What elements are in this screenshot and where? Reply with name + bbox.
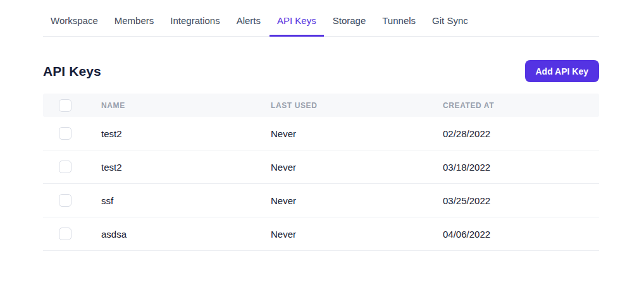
tab-members[interactable]: Members — [107, 15, 162, 37]
row-checkbox[interactable] — [59, 228, 71, 240]
settings-page: Workspace Members Integrations Alerts AP… — [43, 0, 599, 251]
tab-storage[interactable]: Storage — [325, 15, 374, 37]
page-header: API Keys Add API Key — [43, 60, 599, 82]
table-row: test2 Never 03/18/2022 — [43, 150, 599, 184]
cell-last-used: Never — [271, 162, 443, 173]
api-keys-table: Name Last Used Created At test2 Never 02… — [43, 94, 599, 251]
settings-tab-bar: Workspace Members Integrations Alerts AP… — [43, 0, 599, 37]
select-all-checkbox[interactable] — [59, 99, 71, 112]
table-row: test2 Never 02/28/2022 — [43, 117, 599, 150]
tab-workspace[interactable]: Workspace — [43, 15, 106, 37]
page-title: API Keys — [43, 64, 101, 79]
add-api-key-button[interactable]: Add API Key — [525, 60, 600, 82]
row-checkbox-cell — [43, 127, 101, 140]
tab-git-sync[interactable]: Git Sync — [424, 15, 476, 37]
cell-name: asdsa — [101, 229, 271, 240]
header-checkbox-cell — [43, 99, 101, 112]
table-header-row: Name Last Used Created At — [43, 94, 599, 117]
tab-integrations[interactable]: Integrations — [163, 15, 227, 37]
row-checkbox[interactable] — [59, 194, 71, 207]
table-row: ssf Never 03/25/2022 — [43, 184, 599, 217]
cell-name: test2 — [101, 162, 271, 173]
row-checkbox[interactable] — [59, 161, 71, 173]
cell-last-used: Never — [271, 128, 443, 139]
cell-last-used: Never — [271, 195, 443, 206]
tab-alerts[interactable]: Alerts — [229, 15, 268, 37]
tab-tunnels[interactable]: Tunnels — [375, 15, 423, 37]
tab-api-keys[interactable]: API Keys — [269, 15, 324, 37]
row-checkbox-cell — [43, 228, 101, 240]
column-header-created-at: Created At — [443, 101, 599, 110]
column-header-name: Name — [101, 101, 271, 110]
cell-last-used: Never — [271, 229, 443, 240]
table-row: asdsa Never 04/06/2022 — [43, 217, 599, 251]
column-header-last-used: Last Used — [271, 101, 443, 110]
row-checkbox-cell — [43, 194, 101, 207]
cell-created-at: 03/25/2022 — [443, 195, 599, 206]
row-checkbox[interactable] — [59, 127, 71, 140]
cell-created-at: 02/28/2022 — [443, 128, 599, 139]
row-checkbox-cell — [43, 161, 101, 173]
cell-created-at: 03/18/2022 — [443, 162, 599, 173]
cell-name: test2 — [101, 128, 271, 139]
cell-name: ssf — [101, 195, 271, 206]
cell-created-at: 04/06/2022 — [443, 229, 599, 240]
